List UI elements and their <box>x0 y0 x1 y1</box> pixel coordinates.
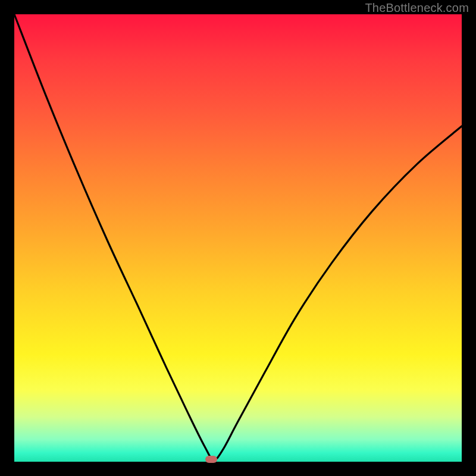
chart-frame: TheBottleneck.com <box>0 0 476 476</box>
bottleneck-curve <box>14 14 462 462</box>
plot-area <box>14 14 462 462</box>
watermark-text: TheBottleneck.com <box>365 1 469 15</box>
minimum-marker <box>205 456 217 463</box>
